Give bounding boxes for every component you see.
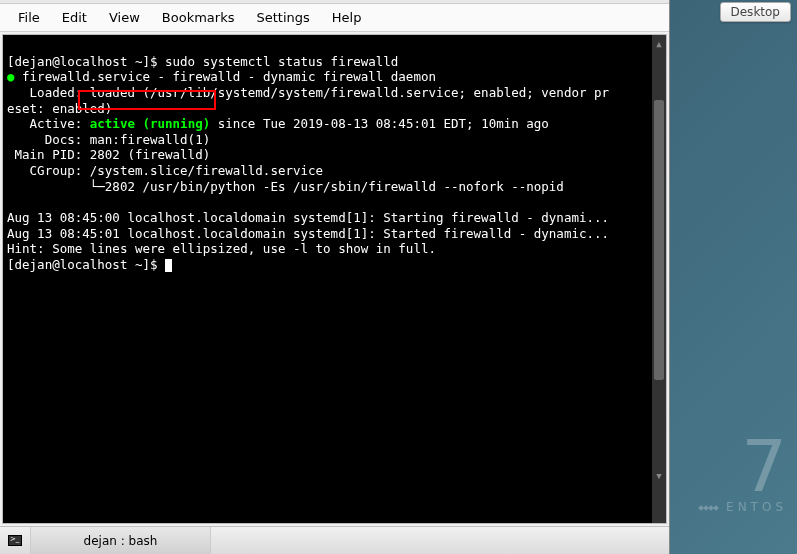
- hint-line: Hint: Some lines were ellipsized, use -l…: [7, 241, 436, 256]
- centos-logo-icon: [699, 506, 718, 510]
- active-status: active (running): [90, 116, 210, 131]
- centos-version: 7: [699, 438, 787, 496]
- desktop-pager-button[interactable]: Desktop: [720, 2, 792, 22]
- terminal-output[interactable]: [dejan@localhost ~]$ sudo systemctl stat…: [2, 34, 667, 524]
- menu-view[interactable]: View: [99, 7, 150, 28]
- cursor-icon: [165, 259, 172, 272]
- menu-settings[interactable]: Settings: [246, 7, 319, 28]
- terminal-window: File Edit View Bookmarks Settings Help […: [0, 0, 670, 554]
- log-line: Aug 13 08:45:00 localhost.localdomain sy…: [7, 210, 609, 225]
- status-dot-icon: ●: [7, 69, 15, 84]
- menubar: File Edit View Bookmarks Settings Help: [0, 4, 669, 32]
- cgroup-child: └─2802 /usr/bin/python -Es /usr/sbin/fir…: [7, 179, 564, 194]
- pid-line: Main PID: 2802 (firewalld): [7, 147, 210, 162]
- centos-brand: ENTOS: [699, 500, 787, 514]
- tab-current[interactable]: dejan : bash: [31, 527, 211, 554]
- service-header: ● firewalld.service - firewalld - dynami…: [7, 69, 436, 84]
- menu-file[interactable]: File: [8, 7, 50, 28]
- menu-edit[interactable]: Edit: [52, 7, 97, 28]
- terminal-icon: [8, 535, 22, 546]
- menu-bookmarks[interactable]: Bookmarks: [152, 7, 245, 28]
- prompt: [dejan@localhost ~]$: [7, 257, 172, 272]
- new-tab-button[interactable]: [0, 527, 31, 554]
- terminal-scrollbar[interactable]: ▲ ▼: [652, 35, 666, 523]
- menu-help[interactable]: Help: [322, 7, 372, 28]
- cgroup-line: CGroup: /system.slice/firewalld.service: [7, 163, 323, 178]
- taskbar: dejan : bash: [0, 526, 669, 554]
- log-line: Aug 13 08:45:01 localhost.localdomain sy…: [7, 226, 609, 241]
- centos-watermark: 7 ENTOS: [699, 438, 787, 514]
- loaded-line: Loaded: loaded (/usr/lib/systemd/system/…: [7, 85, 609, 100]
- desktop-area[interactable]: Desktop 7 ENTOS: [670, 0, 797, 554]
- tab-label: dejan : bash: [84, 534, 158, 548]
- loaded-line-cont: eset: enabled): [7, 101, 112, 116]
- scroll-thumb[interactable]: [654, 100, 664, 380]
- docs-line: Docs: man:firewalld(1): [7, 132, 210, 147]
- prompt: [dejan@localhost ~]$ sudo systemctl stat…: [7, 54, 398, 69]
- active-line: Active: active (running) since Tue 2019-…: [7, 116, 549, 131]
- scroll-up-icon[interactable]: ▲: [652, 37, 666, 51]
- scroll-down-icon[interactable]: ▼: [652, 469, 666, 483]
